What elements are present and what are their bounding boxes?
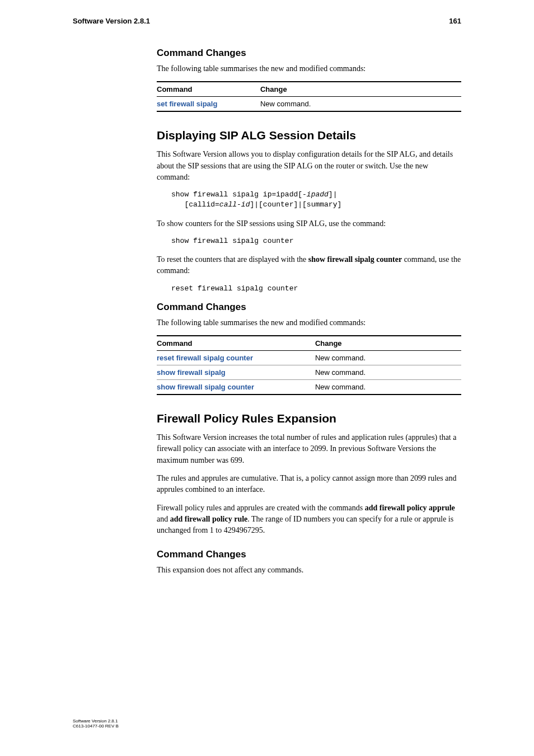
page-content: Command Changes The following table summ…: [157, 48, 461, 576]
code-block-3: reset firewall sipalg counter: [171, 284, 461, 294]
fw-p2: The rules and apprules are cumulative. T…: [157, 473, 461, 496]
fw-p3: Firewall policy rules and apprules are c…: [157, 503, 461, 537]
table-row: show firewall sipalg New command.: [157, 365, 461, 380]
heading-firewall-expansion: Firewall Policy Rules Expansion: [157, 412, 461, 425]
page-footer: Software Version 2.8.1 C613-10477-00 REV…: [73, 719, 119, 729]
page-header: Software Version 2.8.1 161: [73, 17, 461, 25]
cmd-link[interactable]: show firewall sipalg counter: [157, 380, 315, 395]
header-right: 161: [449, 17, 461, 25]
heading-command-changes-3: Command Changes: [157, 549, 461, 560]
heading-command-changes-2: Command Changes: [157, 302, 461, 313]
fw-p4: This expansion does not affect any comma…: [157, 565, 461, 576]
footer-line1: Software Version 2.8.1: [73, 719, 119, 724]
table-row: reset firewall sipalg counter New comman…: [157, 351, 461, 365]
th-change-2: Change: [315, 336, 461, 351]
sip-alg-p3: To reset the counters that are displayed…: [157, 254, 461, 277]
command-table-2: Command Change reset firewall sipalg cou…: [157, 335, 461, 395]
change-cell: New command.: [315, 380, 461, 395]
intro-text-2: The following table summarises the new a…: [157, 317, 461, 328]
sip-alg-p2: To show counters for the SIP sessions us…: [157, 218, 461, 229]
table-row: show firewall sipalg counter New command…: [157, 380, 461, 395]
heading-command-changes-1: Command Changes: [157, 48, 461, 59]
change-cell: New command.: [260, 97, 461, 112]
table-row: set firewall sipalg New command.: [157, 97, 461, 112]
intro-text-1: The following table summarises the new a…: [157, 63, 461, 74]
cmd-link[interactable]: reset firewall sipalg counter: [157, 351, 315, 365]
cmd-link[interactable]: show firewall sipalg: [157, 365, 315, 380]
code-block-2: show firewall sipalg counter: [171, 236, 461, 246]
th-change-1: Change: [260, 82, 461, 97]
footer-line2: C613-10477-00 REV B: [73, 724, 119, 729]
header-left: Software Version 2.8.1: [73, 17, 150, 25]
change-cell: New command.: [315, 365, 461, 380]
command-table-1: Command Change set firewall sipalg New c…: [157, 81, 461, 112]
change-cell: New command.: [315, 351, 461, 365]
cmd-link[interactable]: set firewall sipalg: [157, 97, 260, 112]
sip-alg-p1: This Software Version allows you to disp…: [157, 149, 461, 183]
heading-sip-alg: Displaying SIP ALG Session Details: [157, 129, 461, 142]
code-block-1: show firewall sipalg ip=ipadd[-ipadd]| […: [171, 190, 461, 210]
th-command-1: Command: [157, 82, 260, 97]
fw-p1: This Software Version increases the tota…: [157, 432, 461, 466]
th-command-2: Command: [157, 336, 315, 351]
